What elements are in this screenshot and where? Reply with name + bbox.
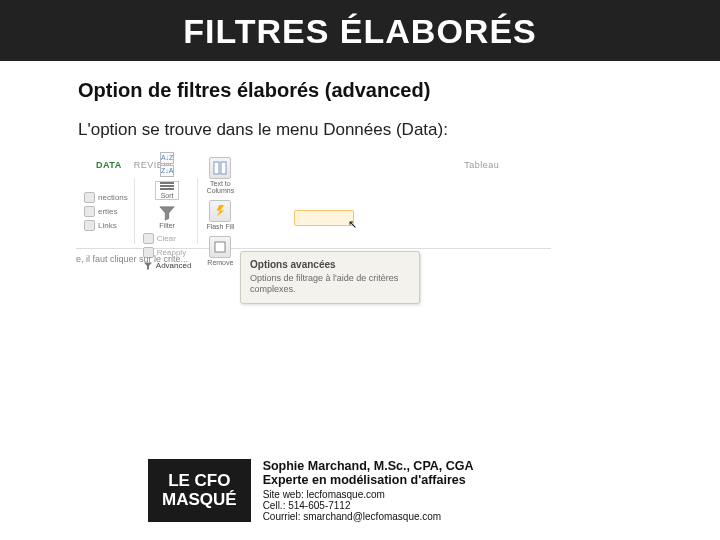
advanced-highlight: [294, 210, 354, 226]
author-name-line: Sophie Marchand, M.Sc., CPA, CGA: [263, 459, 474, 473]
excel-screenshot: DATA REVIEW Tableau nections erties Link…: [76, 156, 551, 326]
sort-button: Sort: [155, 181, 179, 200]
brand-line2: MASQUÉ: [162, 491, 237, 510]
sort-label: Sort: [161, 192, 174, 199]
text-to-columns-icon: [209, 157, 231, 179]
tab-extra: Tableau: [464, 160, 499, 170]
text-to-columns-label: Text to Columns: [206, 180, 234, 194]
author-credentials: M.Sc., CPA, CGA: [374, 459, 474, 473]
tab-data: DATA: [96, 160, 122, 170]
filter-button: Filter: [155, 204, 179, 229]
cursor-icon: ↖: [348, 218, 357, 231]
group-data-tools: Text to Columns Flash Fill Remove: [204, 178, 240, 244]
author-email: Courriel: smarchand@lecfomasque.com: [263, 511, 474, 522]
group-sort-filter: A↓Z Z↓A Sort Filter Clear Reapply Advanc…: [141, 178, 199, 244]
flash-fill-label: Flash Fill: [206, 223, 234, 230]
tooltip-panel: Options avancées Options de filtrage à l…: [240, 251, 420, 304]
properties-icon: [84, 206, 95, 217]
flash-fill-button: Flash Fill: [206, 200, 234, 230]
author-name: Sophie Marchand,: [263, 459, 371, 473]
author-role: Experte en modélisation d'affaires: [263, 473, 474, 487]
svg-rect-1: [221, 162, 226, 174]
body-text: L'option se trouve dans le menu Données …: [78, 120, 642, 140]
ribbon-tabs: DATA REVIEW Tableau: [96, 160, 499, 170]
title-bar: FILTRES ÉLABORÉS: [0, 0, 720, 61]
author-block: Sophie Marchand, M.Sc., CPA, CGA Experte…: [263, 459, 474, 522]
links-icon: [84, 220, 95, 231]
connection-icon: [84, 192, 95, 203]
filter-options: Clear Reapply Advanced: [143, 233, 192, 271]
worksheet-text: e, il faut cliquer sur le crite...: [76, 254, 188, 264]
svg-rect-2: [215, 242, 225, 252]
content: Option de filtres élaborés (advanced) L'…: [0, 61, 720, 326]
text-to-columns-button: Text to Columns: [206, 157, 234, 194]
funnel-icon: [158, 204, 176, 222]
clear-label: Clear: [157, 234, 176, 243]
remove-icon: [209, 236, 231, 258]
tooltip-body: Options de filtrage à l'aide de critères…: [250, 273, 410, 296]
svg-rect-0: [214, 162, 219, 174]
tooltip-title: Options avancées: [250, 259, 410, 270]
label-connections: nections: [98, 193, 128, 202]
sort-az-icon: A↓Z: [160, 152, 174, 164]
clear-icon: [143, 233, 154, 244]
brand-line1: LE CFO: [162, 472, 237, 491]
label-links: Links: [98, 221, 117, 230]
label-properties: erties: [98, 207, 118, 216]
flash-fill-icon: [209, 200, 231, 222]
group-connections: nections erties Links: [82, 178, 135, 244]
author-cell: Cell.: 514-605-7112: [263, 500, 474, 511]
page-title: FILTRES ÉLABORÉS: [0, 12, 720, 51]
filter-label: Filter: [159, 222, 175, 229]
author-site: Site web: lecfomasque.com: [263, 489, 474, 500]
footer: LE CFO MASQUÉ Sophie Marchand, M.Sc., CP…: [148, 459, 474, 522]
remove-label: Remove: [207, 259, 233, 266]
remove-button: Remove: [206, 236, 234, 266]
brand-logo: LE CFO MASQUÉ: [148, 459, 251, 522]
subtitle: Option de filtres élaborés (advanced): [78, 79, 642, 102]
sort-za-icon: Z↓A: [160, 165, 174, 177]
